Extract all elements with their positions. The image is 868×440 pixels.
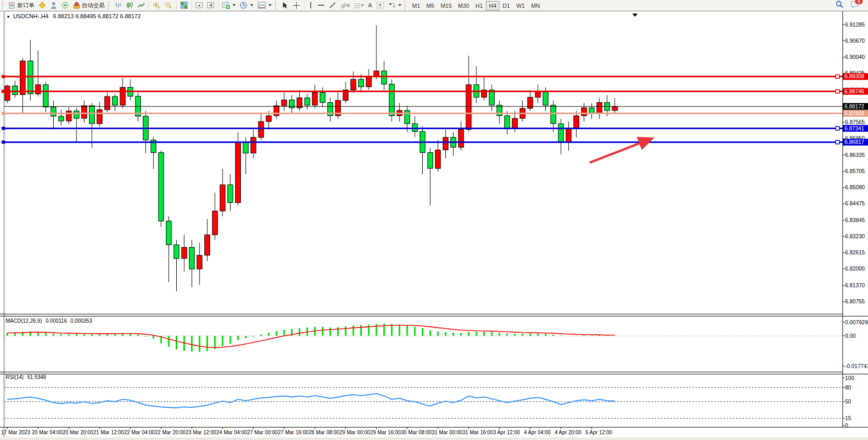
text-tool-icon: A (368, 2, 372, 8)
bar-chart-button[interactable] (113, 1, 124, 10)
svg-text:6.88172: 6.88172 (845, 103, 864, 109)
horizontal-line-icon (317, 3, 325, 8)
chart-canvas[interactable]: 6.912856.906706.900406.894256.888106.881… (0, 11, 868, 440)
timeframe-d1-button[interactable]: D1 (499, 1, 513, 10)
timeframe-w1-button[interactable]: W1 (513, 1, 528, 10)
chart-symbol-period: USDCNH-,H4 (13, 13, 48, 19)
arrows-tool-button[interactable] (386, 1, 404, 10)
svg-text:50: 50 (845, 398, 851, 405)
toolbar-grip[interactable] (2, 2, 6, 9)
vertical-line-tool-button[interactable] (306, 1, 315, 10)
profiles-button[interactable] (238, 1, 255, 10)
text-label-icon: T (376, 2, 384, 9)
macd-signal-value: 0.000353 (70, 318, 92, 324)
new-order-label: 新订单 (17, 2, 34, 9)
svg-text:6.85090: 6.85090 (845, 184, 865, 190)
svg-text:6.87909: 6.87909 (845, 110, 864, 116)
svg-text:22 Mar 04:00: 22 Mar 04:00 (124, 430, 155, 435)
templates-button[interactable] (255, 1, 274, 10)
svg-text:6.88746: 6.88746 (845, 88, 864, 94)
notifications-button[interactable]: 1 (851, 1, 860, 10)
arrows-tool-icon (388, 2, 396, 9)
crosshair-tool-button[interactable] (290, 1, 302, 10)
symbols-button[interactable] (36, 1, 48, 10)
data-window-button[interactable] (48, 1, 59, 10)
svg-text:6.87565: 6.87565 (845, 119, 865, 125)
resistance-line-2-handle[interactable] (836, 90, 839, 93)
zoom-in-button[interactable] (151, 1, 163, 10)
timeframe-m1-button[interactable]: M1 (409, 1, 423, 10)
rsi-value: 51.5348 (27, 374, 46, 380)
auto-scroll-icon (195, 2, 203, 9)
templates-caret (268, 4, 272, 6)
svg-text:5 Apr 12:00: 5 Apr 12:00 (585, 430, 613, 435)
horizontal-line-tool-button[interactable] (315, 1, 327, 10)
timeframe-m5-button[interactable]: M5 (423, 1, 437, 10)
auto-scroll-button[interactable] (193, 1, 205, 10)
crosshair-icon (292, 2, 300, 9)
resistance-line-1-handle[interactable] (836, 75, 839, 78)
svg-text:21 Mar 12:00: 21 Mar 12:00 (93, 430, 124, 435)
signals-button[interactable] (59, 1, 71, 10)
svg-text:27 Mar 16:00: 27 Mar 16:00 (278, 430, 309, 435)
fibonacci-icon (354, 2, 361, 9)
svg-text:6.83230: 6.83230 (845, 233, 865, 239)
zoom-out-button[interactable] (163, 1, 175, 10)
svg-text:24 Mar 04:00: 24 Mar 04:00 (216, 430, 247, 435)
svg-text:3 Apr 12:00: 3 Apr 12:00 (493, 430, 520, 435)
chart-window: ▼USDCNH-,H4 6.88213 6.88495 6.88172 6.88… (0, 11, 868, 440)
rsi-label: RSI(14) 51.5348 (6, 374, 46, 380)
timeframe-h4-button[interactable]: H4 (486, 1, 499, 10)
svg-text:6.91285: 6.91285 (845, 21, 865, 28)
svg-text:6.89308: 6.89308 (845, 73, 864, 79)
svg-text:6.82615: 6.82615 (845, 249, 865, 255)
toolbar-grip[interactable] (108, 2, 112, 9)
chart-shift-button[interactable] (205, 1, 216, 10)
notification-badge: 1 (855, 0, 863, 4)
tile-windows-button[interactable] (178, 1, 190, 10)
trendline-tool-button[interactable] (327, 1, 338, 10)
svg-text:17 Mar 2023: 17 Mar 2023 (1, 430, 31, 435)
timeframe-m15-button[interactable]: M15 (437, 1, 455, 10)
svg-text:15: 15 (845, 415, 851, 421)
cursor-tool-button[interactable] (279, 1, 290, 10)
svg-text:6.83845: 6.83845 (845, 217, 865, 223)
auto-trading-button[interactable]: 自动交易 (71, 1, 107, 10)
svg-text:6.86817: 6.86817 (845, 139, 864, 145)
chart-menu-arrow[interactable]: ▼ (6, 15, 10, 19)
text-label-tool-button[interactable]: T (374, 1, 386, 10)
line-chart-icon (138, 2, 145, 9)
chart-ohlc-values: 6.88213 6.88495 6.88172 6.88172 (53, 13, 141, 19)
profiles-caret (250, 4, 253, 6)
toolbar-grip[interactable] (405, 2, 408, 9)
new-chart-button[interactable] (220, 1, 238, 10)
timeframe-mn-button[interactable]: MN (528, 1, 543, 10)
search-button[interactable] (836, 1, 843, 10)
candlestick-chart-icon (126, 2, 133, 9)
new-order-button[interactable]: 新订单 (7, 1, 36, 10)
support-line-1-handle[interactable] (836, 127, 839, 130)
svg-text:6.90040: 6.90040 (845, 54, 865, 60)
timeframe-m30-button[interactable]: M30 (455, 1, 472, 10)
fibonacci-sub-label: F (361, 3, 364, 8)
new-chart-caret (233, 4, 236, 6)
svg-text:6.82000: 6.82000 (845, 265, 865, 272)
toolbar-grip[interactable] (275, 2, 278, 9)
svg-text:6.81370: 6.81370 (845, 282, 865, 288)
line-chart-button[interactable] (136, 1, 147, 10)
trendline-icon (329, 2, 336, 9)
svg-text:4 Apr 20:00: 4 Apr 20:00 (555, 430, 582, 435)
channel-tool-button[interactable]: E (338, 1, 352, 10)
channel-sub-label: E (347, 3, 350, 8)
new-chart-icon (222, 2, 230, 9)
svg-text:-0.017743: -0.017743 (845, 363, 868, 369)
text-tool-button[interactable]: A (366, 1, 374, 10)
timeframe-h1-button[interactable]: H1 (472, 1, 486, 10)
search-icon (836, 1, 843, 8)
candlestick-chart-button[interactable] (124, 1, 136, 10)
tile-windows-icon (180, 2, 188, 9)
fibonacci-tool-button[interactable]: F (352, 1, 366, 10)
svg-text:23 Mar 12:00: 23 Mar 12:00 (186, 430, 216, 435)
support-line-2-handle[interactable] (836, 140, 839, 144)
svg-text:29 Mar 00:00: 29 Mar 00:00 (339, 430, 370, 435)
